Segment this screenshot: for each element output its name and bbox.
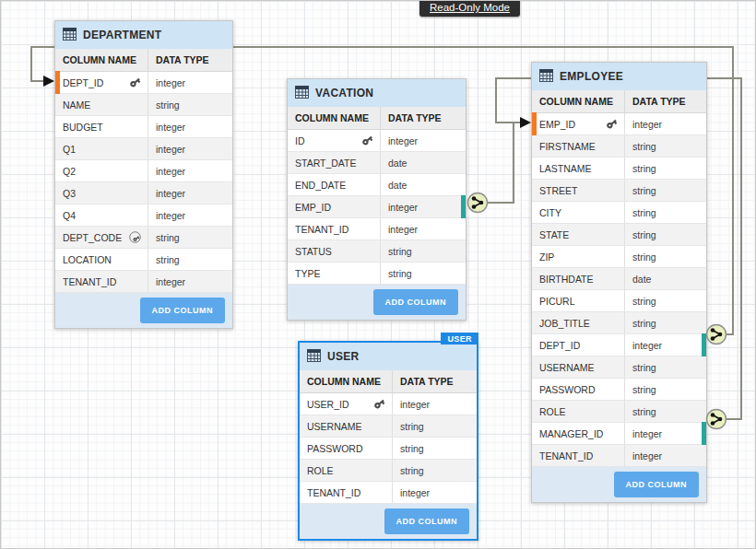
row-department-q1[interactable]: Q1 integer — [55, 138, 232, 160]
column-type: integer — [148, 160, 232, 181]
row-user-role[interactable]: ROLE string — [300, 460, 477, 482]
row-employee-tenant_id[interactable]: TENANT_ID integer — [532, 445, 706, 467]
row-employee-street[interactable]: STREET string — [532, 180, 706, 202]
crowfoot-many-icon[interactable] — [707, 410, 726, 429]
column-type: integer — [380, 130, 466, 151]
column-type: integer — [148, 182, 232, 204]
table-column-headers: COLUMN NAME DATA TYPE — [532, 90, 706, 113]
table-title: USER — [327, 350, 360, 363]
column-type: string — [392, 415, 477, 437]
table-icon — [539, 69, 553, 84]
row-department-location[interactable]: LOCATION string — [55, 249, 232, 271]
add-column-button[interactable]: ADD COLUMN — [373, 289, 459, 315]
column-name: EMP_ID — [295, 202, 331, 213]
column-name-header: COLUMN NAME — [300, 376, 392, 387]
row-vacation-end_date[interactable]: END_DATE date — [288, 174, 466, 196]
table-rows: USER_ID integer USER — [300, 393, 477, 504]
row-department-q3[interactable]: Q3 integer — [55, 182, 232, 204]
column-name: LASTNAME — [539, 163, 592, 174]
column-type: integer — [392, 393, 477, 415]
table-header[interactable]: EMPLOYEE — [532, 63, 706, 90]
table-footer: ADD COLUMN — [300, 504, 477, 539]
table-footer: ADD COLUMN — [288, 285, 466, 320]
row-user-username[interactable]: USERNAME string — [300, 415, 477, 438]
add-column-button[interactable]: ADD COLUMN — [140, 298, 226, 323]
table-header[interactable]: DEPARTMENT — [55, 21, 232, 49]
row-employee-username[interactable]: USERNAME string — [532, 356, 706, 379]
row-employee-picurl[interactable]: PICURL string — [532, 290, 706, 312]
row-user-tenant_id[interactable]: TENANT_ID integer — [300, 482, 477, 504]
column-type: integer — [148, 204, 232, 226]
row-department-budget[interactable]: BUDGET integer — [55, 116, 232, 138]
table-vacation[interactable]: VACATION COLUMN NAME DATA TYPE ID — [287, 78, 467, 321]
row-user-password[interactable]: PASSWORD string — [300, 438, 477, 460]
row-user-user_id[interactable]: USER_ID integer — [300, 393, 477, 415]
table-employee[interactable]: EMPLOYEE COLUMN NAME DATA TYPE EMP_ID — [531, 62, 707, 503]
column-type: integer — [380, 218, 466, 239]
row-vacation-status[interactable]: STATUS string — [288, 240, 466, 263]
table-department[interactable]: DEPARTMENT COLUMN NAME DATA TYPE DEPT_ID — [54, 20, 233, 329]
row-department-dept_id[interactable]: DEPT_ID integer — [55, 72, 232, 94]
column-type: integer — [148, 116, 232, 137]
row-vacation-type[interactable]: TYPE string — [288, 263, 466, 285]
column-name: TENANT_ID — [307, 487, 360, 498]
row-employee-job_title[interactable]: JOB_TITLE string — [532, 312, 706, 334]
table-header[interactable]: VACATION — [288, 79, 466, 107]
column-type: integer — [624, 334, 706, 356]
row-department-dept_code[interactable]: DEPT_CODE string — [55, 227, 232, 249]
row-employee-zip[interactable]: ZIP string — [532, 246, 706, 268]
row-employee-birthdate[interactable]: BIRTHDATE date — [532, 268, 706, 290]
column-name: TYPE — [295, 268, 320, 279]
row-vacation-start_date[interactable]: START_DATE date — [288, 152, 466, 174]
column-type: string — [624, 379, 706, 400]
column-type: string — [624, 356, 706, 378]
column-name: PICURL — [539, 296, 575, 307]
table-footer: ADD COLUMN — [55, 293, 232, 328]
row-vacation-tenant_id[interactable]: TENANT_ID integer — [288, 218, 466, 240]
table-icon — [63, 28, 77, 42]
row-employee-firstname[interactable]: FIRSTNAME string — [532, 135, 706, 158]
column-type: string — [148, 94, 232, 115]
column-name: Q4 — [63, 210, 76, 221]
row-employee-lastname[interactable]: LASTNAME string — [532, 158, 706, 180]
column-name: DEPT_ID — [63, 77, 103, 88]
row-employee-dept_id[interactable]: DEPT_ID integer — [532, 334, 706, 356]
table-badge: USER — [441, 333, 478, 345]
add-column-button[interactable]: ADD COLUMN — [614, 472, 700, 497]
row-department-tenant_id[interactable]: TENANT_ID integer — [55, 271, 232, 293]
crowfoot-many-icon[interactable] — [707, 325, 726, 345]
row-employee-role[interactable]: ROLE string — [532, 401, 706, 423]
schema-canvas[interactable]: Read-Only Mode DEPARTMENT COLUMN NAME DA… — [0, 0, 756, 549]
row-department-name[interactable]: NAME string — [55, 94, 232, 116]
row-department-q2[interactable]: Q2 integer — [55, 160, 232, 182]
column-type: integer — [624, 113, 706, 134]
column-name: JOB_TITLE — [539, 318, 590, 329]
table-user[interactable]: USER USER COLUMN NAME DATA TYPE USER_ID — [298, 341, 478, 541]
column-type: string — [380, 263, 466, 284]
crowfoot-many-icon[interactable] — [468, 193, 488, 213]
column-name: EMP_ID — [539, 119, 575, 130]
column-type: string — [624, 135, 706, 157]
row-employee-manager_id[interactable]: MANAGER_ID integer — [532, 423, 706, 445]
column-name: ZIP — [539, 251, 554, 263]
row-employee-emp_id[interactable]: EMP_ID integer — [532, 113, 706, 135]
row-employee-state[interactable]: STATE string — [532, 224, 706, 246]
column-name-header: COLUMN NAME — [532, 96, 624, 107]
column-type: string — [624, 290, 706, 311]
column-name: USERNAME — [307, 421, 362, 432]
row-employee-city[interactable]: CITY string — [532, 202, 706, 224]
row-vacation-id[interactable]: ID integer — [288, 130, 466, 152]
row-department-q4[interactable]: Q4 integer — [55, 204, 232, 227]
column-name: Q1 — [63, 144, 76, 155]
column-name: MANAGER_ID — [539, 428, 603, 439]
column-name: TENANT_ID — [63, 276, 116, 287]
row-employee-password[interactable]: PASSWORD string — [532, 379, 706, 401]
table-header[interactable]: USER — [300, 343, 477, 370]
column-type: date — [380, 152, 466, 173]
column-name: ID — [295, 135, 305, 146]
table-footer: ADD COLUMN — [532, 467, 706, 502]
column-type: string — [624, 246, 706, 267]
add-column-button[interactable]: ADD COLUMN — [384, 508, 470, 534]
row-vacation-emp_id[interactable]: EMP_ID integer — [288, 196, 466, 218]
table-rows: EMP_ID integer FIRST — [532, 113, 706, 467]
